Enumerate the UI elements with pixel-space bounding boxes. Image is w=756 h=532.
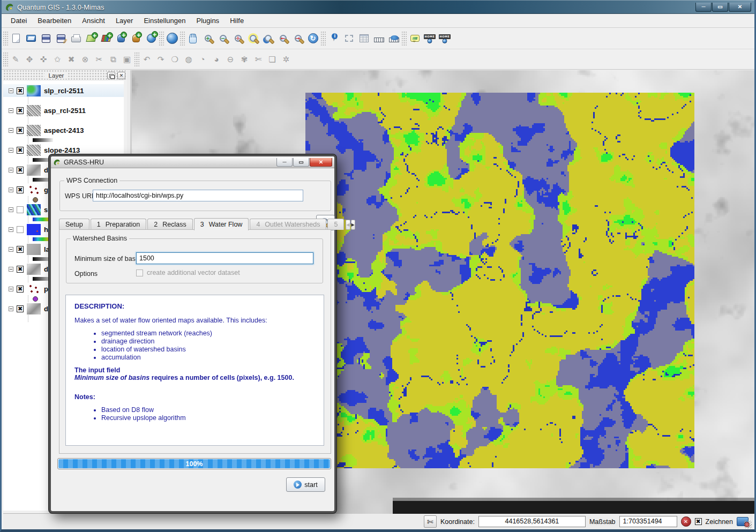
delete-selected-button[interactable]: ✖ [64, 53, 78, 66]
delete-ring-button[interactable]: ◕ [209, 53, 223, 66]
menu-ansicht[interactable]: Ansicht [77, 15, 110, 26]
open-project-button[interactable] [24, 31, 39, 46]
paste-features-button[interactable]: ▣ [120, 53, 134, 66]
tab-scroll-left-button[interactable]: ◀ [346, 220, 350, 230]
layer-visibility-checkbox[interactable]: ✖ [17, 246, 24, 253]
zoom-last-button[interactable]: ← [275, 31, 290, 46]
expand-icon[interactable] [9, 188, 13, 192]
dialog-maximize-button[interactable]: ▭ [293, 158, 309, 167]
add-wfs-layer-button[interactable]: + [144, 31, 159, 46]
measure-line-button[interactable] [371, 31, 386, 46]
tab-scroll-right-button[interactable]: ▶ [351, 220, 355, 230]
add-vector-layer-button[interactable]: + [84, 31, 99, 46]
save-project-as-button[interactable]: ✎ [54, 31, 69, 46]
home-plugin-button[interactable]: HOME [422, 31, 437, 46]
menu-datei[interactable]: Datei [6, 15, 32, 26]
layer-visibility-checkbox[interactable]: ✖ [17, 107, 24, 114]
min-size-input[interactable] [136, 252, 313, 264]
measure-area-button[interactable] [386, 31, 401, 46]
panel-float-button[interactable] [107, 72, 115, 79]
dialog-title-bar[interactable]: GRASS-HRU ─▭✕ [51, 156, 334, 168]
map-tips-button[interactable] [407, 31, 422, 46]
move-feature-button[interactable]: ✥ [23, 53, 36, 66]
tab-tab-5[interactable]: 5 [327, 219, 344, 230]
layer-row-2[interactable]: ✖aspect-2413 [3, 124, 124, 137]
dialog-minimize-button[interactable]: ─ [276, 158, 293, 167]
layer-row-0[interactable]: ✖slp_rcl-2511 [3, 84, 124, 97]
stop-render-icon[interactable]: ✕ [681, 516, 691, 527]
layer-visibility-checkbox[interactable]: ✖ [17, 127, 24, 134]
expand-icon[interactable] [9, 267, 13, 272]
close-button[interactable]: ✕ [729, 3, 751, 12]
print-composer-button[interactable] [69, 31, 84, 46]
undo-button[interactable]: ↶ [140, 53, 154, 66]
zoom-in-button[interactable]: + [200, 31, 215, 46]
minimize-button[interactable]: ─ [695, 3, 712, 12]
create-vector-checkbox[interactable] [136, 269, 143, 276]
expand-icon[interactable] [9, 306, 13, 311]
save-project-button[interactable] [39, 31, 54, 46]
zoom-to-layer-button[interactable] [260, 31, 275, 46]
expand-icon[interactable] [9, 207, 13, 212]
tab-preparation[interactable]: 1Preparation [91, 219, 147, 230]
layer-visibility-checkbox[interactable]: ✖ [17, 87, 24, 94]
web-globe-button[interactable] [164, 31, 179, 46]
layer-visibility-checkbox[interactable] [17, 206, 24, 213]
zoom-out-button[interactable]: − [215, 31, 230, 46]
tab-water-flow[interactable]: 3Water Flow [194, 218, 249, 230]
menu-einstellungen[interactable]: Einstellungen [139, 15, 190, 26]
expand-icon[interactable] [9, 227, 13, 232]
panel-close-button[interactable]: ✕ [117, 72, 125, 79]
menu-layer[interactable]: Layer [111, 15, 138, 26]
menu-plugins[interactable]: Plugins [191, 15, 224, 26]
mouse-position-toggle-button[interactable]: ✄ [424, 515, 437, 528]
add-wms-layer-button[interactable]: + [129, 31, 144, 46]
add-raster-layer-button[interactable]: + [99, 31, 114, 46]
cut-features-button[interactable]: ✂ [92, 53, 106, 66]
zoom-next-button[interactable]: → [290, 31, 305, 46]
home-plugin-alt-button[interactable]: HOME [437, 31, 452, 46]
layer-visibility-checkbox[interactable]: ✖ [17, 305, 24, 312]
select-features-button[interactable] [341, 31, 356, 46]
rotate-point-symbols-button[interactable]: ✲ [279, 53, 293, 66]
wps-url-input[interactable] [93, 190, 303, 201]
expand-icon[interactable] [9, 287, 13, 291]
menu-bearbeiten[interactable]: Bearbeiten [33, 15, 76, 26]
expand-icon[interactable] [9, 168, 13, 173]
simplify-feature-button[interactable]: ❍ [168, 53, 182, 66]
add-ring-button[interactable]: ◍ [182, 53, 196, 66]
identify-features-button[interactable]: ➤i [326, 31, 341, 46]
layer-row-1[interactable]: ✖asp_rcl-2511 [3, 104, 124, 117]
layer-visibility-checkbox[interactable]: ✖ [17, 266, 24, 273]
capture-point-button[interactable]: ✩ [50, 53, 64, 66]
expand-icon[interactable] [9, 88, 13, 93]
merge-features-button[interactable]: ❏ [265, 53, 279, 66]
layer-visibility-checkbox[interactable]: ✖ [17, 286, 24, 293]
redo-button[interactable]: ↷ [154, 53, 168, 66]
expand-icon[interactable] [9, 247, 13, 252]
new-project-button[interactable] [9, 31, 24, 46]
open-attribute-table-button[interactable] [356, 31, 371, 46]
add-postgis-layer-button[interactable]: + [114, 31, 129, 46]
tab-outlet-watersheds[interactable]: 4Outlet Watersheds [250, 219, 326, 230]
refresh-map-button[interactable]: ↻ [305, 31, 320, 46]
maximize-button[interactable]: ▭ [712, 3, 728, 12]
menu-hilfe[interactable]: Hilfe [225, 15, 249, 26]
add-part-button[interactable]: ◔ [196, 53, 209, 66]
layer-visibility-checkbox[interactable]: ✖ [17, 147, 24, 154]
start-button[interactable]: start [286, 477, 325, 492]
layer-visibility-checkbox[interactable]: ✖ [17, 167, 24, 174]
dialog-close-button[interactable]: ✕ [310, 158, 332, 167]
expand-icon[interactable] [9, 108, 13, 113]
toggle-editing-button[interactable]: ✎ [9, 53, 23, 66]
zoom-to-selection-button[interactable] [245, 31, 260, 46]
split-features-button[interactable]: ✄ [251, 53, 265, 66]
expand-icon[interactable] [9, 128, 13, 133]
zoom-full-extent-button[interactable]: ✛ [230, 31, 245, 46]
classified-raster-layer[interactable] [305, 93, 694, 468]
layer-visibility-checkbox[interactable] [17, 226, 24, 233]
resize-grip[interactable] [744, 521, 752, 528]
move-vertex-button[interactable]: ✜ [36, 53, 50, 66]
render-checkbox[interactable]: ✖ [695, 518, 702, 525]
copy-features-button[interactable]: ⧉ [106, 53, 120, 66]
